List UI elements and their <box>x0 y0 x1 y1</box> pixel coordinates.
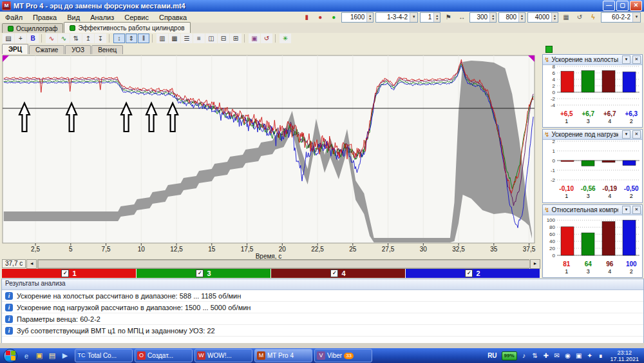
minimize-button[interactable]: — <box>603 1 615 11</box>
spin-down-icon[interactable]: ▼ <box>552 17 558 21</box>
range-high-input-spinner[interactable]: ▲▼ <box>551 13 558 22</box>
wave-green-icon[interactable]: ∿ <box>58 34 70 43</box>
panel-header-rel-compression[interactable]: ↯Относительная компрессия▾✕ <box>543 205 642 215</box>
probe-icon[interactable]: ▮ <box>301 12 312 23</box>
task-create[interactable]: OСоздат... <box>135 349 193 362</box>
network-icon[interactable]: ⇅ <box>531 351 540 360</box>
scroll-right-icon[interactable]: ► <box>530 259 540 269</box>
panel-close-icon[interactable]: ✕ <box>632 206 641 214</box>
menu-Вид[interactable]: Вид <box>62 13 85 22</box>
chart-icon[interactable]: ▣ <box>249 34 260 43</box>
range-low-input[interactable]: 300▲▼ <box>469 12 497 23</box>
subtab-Сжатие[interactable]: Сжатие <box>29 45 64 54</box>
spin-down-icon[interactable]: ▼ <box>434 17 440 21</box>
mail-icon[interactable]: ✉ <box>553 351 562 360</box>
spin-down-icon[interactable]: ▼ <box>490 17 496 21</box>
ruler-icon[interactable]: ↔ <box>456 12 468 23</box>
cylinder-segment-1[interactable]: ✓1 <box>2 269 137 278</box>
star-tray-icon[interactable]: ✦ <box>585 351 594 360</box>
range-high-input[interactable]: 4000▲▼ <box>527 12 558 23</box>
battery-indicator[interactable]: 99% <box>502 351 517 360</box>
rpm-input[interactable]: 1600▲▼ <box>341 12 374 23</box>
cylinder-checkbox[interactable]: ✓ <box>465 270 473 277</box>
list-icon[interactable]: ☰ <box>181 34 193 43</box>
cylinder-checkbox[interactable]: ✓ <box>196 270 204 277</box>
rpm-input-spinner[interactable]: ▲▼ <box>366 13 373 22</box>
panel-close-icon[interactable]: ✕ <box>632 130 641 139</box>
task-mtpro[interactable]: MMT Pro 4 <box>254 349 312 362</box>
scale-fit-icon[interactable]: ⇕ <box>126 34 137 43</box>
subtab-Венец[interactable]: Венец <box>91 45 123 54</box>
cylinder-segment-3[interactable]: ✓3 <box>137 269 271 278</box>
task-total-commander[interactable]: TCTotal Co... <box>75 349 133 362</box>
browser-icon[interactable]: e <box>21 350 32 362</box>
menu-Справка[interactable]: Справка <box>154 13 192 22</box>
bars-icon[interactable]: ‖ <box>138 34 149 43</box>
main-chart[interactable]: 2,557,51012,51517,52022,52527,53032,5353… <box>2 54 540 259</box>
menu-Анализ[interactable]: Анализ <box>85 13 119 22</box>
updown-icon[interactable]: ⇅ <box>70 34 82 43</box>
rows-icon[interactable]: ≡ <box>193 34 205 43</box>
panel-menu-icon[interactable]: ▾ <box>622 55 630 64</box>
range-low-input-spinner[interactable]: ▲▼ <box>489 13 496 22</box>
crown-select[interactable]: 60-2-2▼ <box>601 12 641 23</box>
overlay-icon[interactable]: ▥ <box>156 34 168 43</box>
tab-Осциллограф[interactable]: Осциллограф <box>2 23 63 33</box>
task-wow[interactable]: WWOW!... <box>194 349 252 362</box>
notes-icon[interactable]: ▤ <box>46 350 58 362</box>
range-mid-input-spinner[interactable]: ▲▼ <box>518 13 525 22</box>
range-mid-input[interactable]: 800▲▼ <box>498 12 526 23</box>
subtab-ЭРЦ[interactable]: ЭРЦ <box>2 44 28 54</box>
window-grid-icon[interactable]: ⊞ <box>230 34 242 43</box>
align-bottom-icon[interactable]: ↧ <box>95 34 106 43</box>
device-tray-icon[interactable]: ▣ <box>574 351 583 360</box>
panel-close-icon[interactable]: ✕ <box>632 55 641 64</box>
clock[interactable]: 23:12 17.11.2021 <box>608 349 641 362</box>
start-button[interactable] <box>3 349 17 363</box>
spin-down-icon[interactable]: ▼ <box>367 17 373 21</box>
bold-icon[interactable]: B <box>27 34 39 43</box>
wave-red-icon[interactable]: ∿ <box>46 34 57 43</box>
scale-updown-icon[interactable]: ↕ <box>113 34 125 43</box>
status-led-icon[interactable]: ● <box>328 12 339 23</box>
marker-flag-icon[interactable]: ⚑ <box>442 12 454 23</box>
columns-icon[interactable]: ◫ <box>205 34 217 43</box>
misc-tray-icon[interactable]: ∎ <box>596 351 605 360</box>
player-icon[interactable]: ▶ <box>59 350 71 362</box>
cylinder-checkbox[interactable]: ✓ <box>330 270 338 277</box>
open-icon[interactable]: ▤ <box>3 34 14 43</box>
cylinder-segment-2[interactable]: ✓2 <box>406 269 540 278</box>
spin-down-icon[interactable]: ▼ <box>519 17 525 21</box>
window-split-icon[interactable]: ⊟ <box>218 34 229 43</box>
cylinder-input[interactable]: 1▲▼ <box>420 12 440 23</box>
subtab-УОЗ[interactable]: УОЗ <box>65 45 91 54</box>
menu-Правка[interactable]: Правка <box>28 13 62 22</box>
menu-Сервис[interactable]: Сервис <box>119 13 154 22</box>
tab-Эффективность работы цилиндров[interactable]: Эффективность работы цилиндров <box>64 22 190 33</box>
record-icon[interactable]: ● <box>314 12 326 23</box>
spark-icon[interactable]: ϟ <box>587 12 599 23</box>
refresh-icon[interactable]: ↺ <box>261 34 272 43</box>
maximize-button[interactable]: ▢ <box>616 1 629 11</box>
settings-icon[interactable]: ✳ <box>279 34 291 43</box>
folder-icon[interactable]: ▣ <box>33 350 45 362</box>
antivirus-icon[interactable]: ✚ <box>542 351 551 360</box>
dropdown-icon[interactable]: ▼ <box>632 13 640 22</box>
scroll-left-icon[interactable]: ◄ <box>26 259 37 269</box>
cylinder-input-spinner[interactable]: ▲▼ <box>433 13 440 22</box>
volume-icon[interactable]: ♪ <box>520 351 529 360</box>
scroll-thumb[interactable] <box>38 260 530 268</box>
time-scrollbar[interactable] <box>37 259 529 269</box>
grid-icon[interactable]: ▦ <box>169 34 180 43</box>
cylinder-segment-4[interactable]: ✓4 <box>271 269 406 278</box>
language-indicator[interactable]: RU <box>486 352 498 359</box>
panel-menu-icon[interactable]: ▾ <box>622 130 630 139</box>
teeth-grid-icon[interactable]: ▦ <box>560 12 572 23</box>
task-viber[interactable]: VViber33 <box>314 349 372 362</box>
panel-header-idle-accel[interactable]: ↯Ускорение на холостых▾✕ <box>543 55 642 65</box>
app-tray-icon[interactable]: ◉ <box>564 351 573 360</box>
sync-icon[interactable]: ↺ <box>574 12 585 23</box>
panel-menu-icon[interactable]: ▾ <box>622 206 630 214</box>
cylinder-checkbox[interactable]: ✓ <box>61 270 69 277</box>
firing-order-select[interactable]: 1-3-4-2▼ <box>375 12 418 23</box>
